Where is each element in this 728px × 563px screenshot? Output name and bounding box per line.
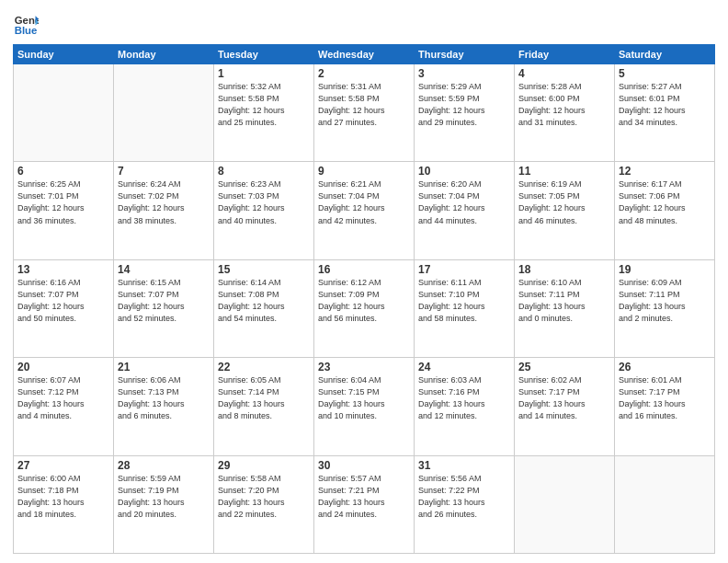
day-number: 16: [318, 263, 410, 276]
calendar-cell: 1Sunrise: 5:32 AM Sunset: 5:58 PM Daylig…: [214, 64, 314, 162]
calendar-cell: 14Sunrise: 6:15 AM Sunset: 7:07 PM Dayli…: [114, 259, 214, 357]
day-info: Sunrise: 6:04 AM Sunset: 7:15 PM Dayligh…: [318, 374, 410, 422]
day-info: Sunrise: 6:03 AM Sunset: 7:16 PM Dayligh…: [418, 374, 510, 422]
calendar-week-1: 1Sunrise: 5:32 AM Sunset: 5:58 PM Daylig…: [14, 64, 715, 162]
day-number: 11: [518, 165, 610, 178]
day-number: 14: [118, 263, 210, 276]
day-number: 19: [619, 263, 711, 276]
header-day-friday: Friday: [515, 45, 615, 64]
header-day-saturday: Saturday: [615, 45, 715, 64]
calendar-cell: 23Sunrise: 6:04 AM Sunset: 7:15 PM Dayli…: [314, 358, 415, 455]
day-number: 4: [518, 67, 610, 80]
header-day-monday: Monday: [114, 45, 214, 64]
calendar-cell: 8Sunrise: 6:23 AM Sunset: 7:03 PM Daylig…: [214, 162, 314, 259]
calendar-cell: [14, 64, 114, 162]
day-info: Sunrise: 6:07 AM Sunset: 7:12 PM Dayligh…: [17, 374, 109, 422]
day-info: Sunrise: 6:06 AM Sunset: 7:13 PM Dayligh…: [118, 374, 210, 422]
day-info: Sunrise: 6:09 AM Sunset: 7:11 PM Dayligh…: [619, 277, 711, 325]
day-info: Sunrise: 5:56 AM Sunset: 7:22 PM Dayligh…: [418, 473, 510, 521]
day-info: Sunrise: 6:02 AM Sunset: 7:17 PM Dayligh…: [518, 374, 610, 422]
calendar-cell: 5Sunrise: 5:27 AM Sunset: 6:01 PM Daylig…: [615, 64, 715, 162]
day-info: Sunrise: 5:27 AM Sunset: 6:01 PM Dayligh…: [619, 81, 711, 129]
day-number: 6: [17, 165, 109, 178]
day-info: Sunrise: 6:21 AM Sunset: 7:04 PM Dayligh…: [318, 178, 410, 226]
calendar-cell: 13Sunrise: 6:16 AM Sunset: 7:07 PM Dayli…: [14, 259, 114, 357]
header-day-thursday: Thursday: [415, 45, 515, 64]
day-number: 3: [418, 67, 510, 80]
calendar-cell: 10Sunrise: 6:20 AM Sunset: 7:04 PM Dayli…: [415, 162, 515, 259]
calendar-cell: 17Sunrise: 6:11 AM Sunset: 7:10 PM Dayli…: [415, 259, 515, 357]
calendar-cell: 3Sunrise: 5:29 AM Sunset: 5:59 PM Daylig…: [415, 64, 515, 162]
day-info: Sunrise: 5:31 AM Sunset: 5:58 PM Dayligh…: [318, 81, 410, 129]
calendar-week-3: 13Sunrise: 6:16 AM Sunset: 7:07 PM Dayli…: [14, 259, 715, 357]
logo-icon: General Blue: [13, 11, 39, 37]
calendar-cell: [114, 64, 214, 162]
calendar-cell: 4Sunrise: 5:28 AM Sunset: 6:00 PM Daylig…: [515, 64, 615, 162]
day-number: 17: [418, 263, 510, 276]
calendar-cell: 22Sunrise: 6:05 AM Sunset: 7:14 PM Dayli…: [214, 358, 314, 455]
day-info: Sunrise: 5:29 AM Sunset: 5:59 PM Dayligh…: [418, 81, 510, 129]
day-number: 25: [518, 361, 610, 373]
day-info: Sunrise: 5:57 AM Sunset: 7:21 PM Dayligh…: [318, 473, 410, 521]
calendar-week-5: 27Sunrise: 6:00 AM Sunset: 7:18 PM Dayli…: [14, 455, 715, 553]
calendar-cell: 19Sunrise: 6:09 AM Sunset: 7:11 PM Dayli…: [615, 259, 715, 357]
day-info: Sunrise: 6:19 AM Sunset: 7:05 PM Dayligh…: [518, 178, 610, 226]
day-info: Sunrise: 6:10 AM Sunset: 7:11 PM Dayligh…: [518, 277, 610, 325]
day-number: 15: [218, 263, 310, 276]
calendar-cell: 2Sunrise: 5:31 AM Sunset: 5:58 PM Daylig…: [314, 64, 415, 162]
calendar-page: General Blue SundayMondayTuesdayWednesda…: [0, 0, 728, 563]
day-info: Sunrise: 6:25 AM Sunset: 7:01 PM Dayligh…: [17, 178, 109, 226]
header: General Blue: [13, 11, 715, 37]
day-number: 7: [118, 165, 210, 178]
day-info: Sunrise: 5:28 AM Sunset: 6:00 PM Dayligh…: [518, 81, 610, 129]
day-number: 9: [318, 165, 410, 178]
calendar-cell: 20Sunrise: 6:07 AM Sunset: 7:12 PM Dayli…: [14, 358, 114, 455]
calendar-cell: 27Sunrise: 6:00 AM Sunset: 7:18 PM Dayli…: [14, 455, 114, 553]
day-number: 8: [218, 165, 310, 178]
calendar-cell: 29Sunrise: 5:58 AM Sunset: 7:20 PM Dayli…: [214, 455, 314, 553]
day-number: 24: [418, 361, 510, 373]
calendar-cell: 11Sunrise: 6:19 AM Sunset: 7:05 PM Dayli…: [515, 162, 615, 259]
day-number: 1: [218, 67, 310, 80]
day-info: Sunrise: 6:17 AM Sunset: 7:06 PM Dayligh…: [619, 178, 711, 226]
day-info: Sunrise: 5:58 AM Sunset: 7:20 PM Dayligh…: [218, 473, 310, 521]
day-number: 22: [218, 361, 310, 373]
calendar-cell: 7Sunrise: 6:24 AM Sunset: 7:02 PM Daylig…: [114, 162, 214, 259]
day-number: 21: [118, 361, 210, 373]
day-number: 12: [619, 165, 711, 178]
calendar-cell: [615, 455, 715, 553]
day-number: 23: [318, 361, 410, 373]
calendar-cell: 16Sunrise: 6:12 AM Sunset: 7:09 PM Dayli…: [314, 259, 415, 357]
day-info: Sunrise: 6:15 AM Sunset: 7:07 PM Dayligh…: [118, 277, 210, 325]
calendar-cell: 25Sunrise: 6:02 AM Sunset: 7:17 PM Dayli…: [515, 358, 615, 455]
header-day-sunday: Sunday: [14, 45, 114, 64]
day-number: 10: [418, 165, 510, 178]
day-number: 2: [318, 67, 410, 80]
header-day-wednesday: Wednesday: [314, 45, 415, 64]
day-info: Sunrise: 6:14 AM Sunset: 7:08 PM Dayligh…: [218, 277, 310, 325]
day-info: Sunrise: 5:32 AM Sunset: 5:58 PM Dayligh…: [218, 81, 310, 129]
calendar-cell: 21Sunrise: 6:06 AM Sunset: 7:13 PM Dayli…: [114, 358, 214, 455]
calendar-cell: 24Sunrise: 6:03 AM Sunset: 7:16 PM Dayli…: [415, 358, 515, 455]
header-day-tuesday: Tuesday: [214, 45, 314, 64]
day-number: 28: [118, 459, 210, 472]
day-info: Sunrise: 6:16 AM Sunset: 7:07 PM Dayligh…: [17, 277, 109, 325]
day-number: 29: [218, 459, 310, 472]
day-number: 26: [619, 361, 711, 373]
calendar-week-4: 20Sunrise: 6:07 AM Sunset: 7:12 PM Dayli…: [14, 358, 715, 455]
day-number: 27: [17, 459, 109, 472]
calendar-cell: 6Sunrise: 6:25 AM Sunset: 7:01 PM Daylig…: [14, 162, 114, 259]
calendar-cell: [515, 455, 615, 553]
day-number: 31: [418, 459, 510, 472]
calendar-cell: 15Sunrise: 6:14 AM Sunset: 7:08 PM Dayli…: [214, 259, 314, 357]
calendar-cell: 12Sunrise: 6:17 AM Sunset: 7:06 PM Dayli…: [615, 162, 715, 259]
calendar-cell: 26Sunrise: 6:01 AM Sunset: 7:17 PM Dayli…: [615, 358, 715, 455]
svg-text:Blue: Blue: [15, 25, 38, 36]
day-info: Sunrise: 6:01 AM Sunset: 7:17 PM Dayligh…: [619, 374, 711, 422]
calendar-header-row: SundayMondayTuesdayWednesdayThursdayFrid…: [14, 45, 715, 64]
day-number: 13: [17, 263, 109, 276]
calendar-cell: 31Sunrise: 5:56 AM Sunset: 7:22 PM Dayli…: [415, 455, 515, 553]
calendar-table: SundayMondayTuesdayWednesdayThursdayFrid…: [13, 44, 715, 554]
day-number: 20: [17, 361, 109, 373]
calendar-cell: 30Sunrise: 5:57 AM Sunset: 7:21 PM Dayli…: [314, 455, 415, 553]
